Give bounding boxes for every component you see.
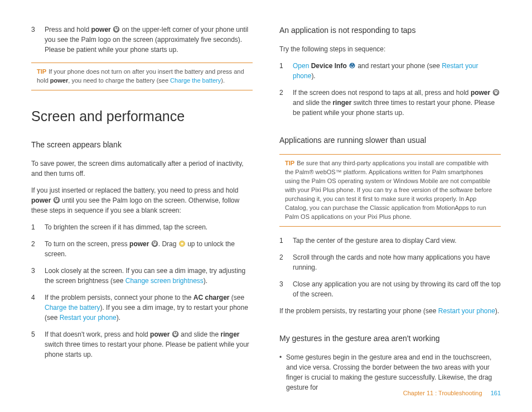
paragraph: To save power, the screen dims automatic…: [31, 159, 253, 179]
ordered-list: 1 To brighten the screen if it has dimme…: [31, 222, 253, 360]
link-charge-battery[interactable]: Charge the battery: [170, 77, 221, 84]
bold-text: power: [129, 240, 149, 248]
text: ).: [311, 72, 315, 80]
step-body: Tap the center of the gesture area to di…: [293, 236, 501, 246]
text: and slide the: [179, 330, 221, 338]
step-number: 2: [279, 252, 293, 272]
step-body: Press and hold power on the upper-left c…: [45, 25, 253, 55]
link-restart-phone[interactable]: Restart your phone: [60, 314, 117, 322]
tip-box: TIPBe sure that any third-party applicat…: [279, 154, 501, 227]
paragraph: Try the following steps in sequence:: [279, 44, 501, 54]
text: (see: [230, 294, 245, 301]
bold-text: ringer: [332, 99, 351, 107]
text: If the screen does not respond to taps a…: [293, 89, 471, 97]
power-icon: [151, 240, 158, 247]
list-item: 3 Look closely at the screen. If you can…: [31, 266, 253, 286]
ordered-list: 1 Open Device Info and restart your phon…: [279, 61, 501, 118]
text: If the problem persists, try restarting …: [279, 307, 438, 315]
bold-text: power: [91, 26, 110, 33]
text: and restart your phone (see: [356, 62, 442, 70]
text: ).: [117, 314, 120, 322]
step-number: 3: [279, 279, 293, 299]
bold-text: power: [31, 197, 51, 204]
step-body: If the screen does not respond to taps a…: [293, 88, 501, 118]
link-restart-phone[interactable]: Restart your phone: [438, 307, 495, 315]
bold-text: Device Info: [311, 62, 347, 70]
step-body: Look closely at the screen. If you can s…: [45, 266, 253, 286]
bold-text: power: [150, 330, 170, 338]
device-info-icon: [349, 62, 356, 69]
bold-text: ringer: [220, 330, 239, 338]
power-icon: [53, 197, 60, 204]
text: ).: [204, 277, 207, 285]
paragraph: If you just inserted or replaced the bat…: [31, 185, 253, 215]
power-icon: [172, 330, 179, 338]
heading-screen-performance: Screen and performance: [31, 106, 253, 127]
left-column: 3 Press and hold power on the upper-left…: [31, 25, 253, 398]
list-item: 2 If the screen does not respond to taps…: [279, 88, 501, 118]
list-body: Some gestures begin in the gesture area …: [286, 352, 501, 392]
step-body: Open Device Info and restart your phone …: [293, 61, 501, 81]
text: If that doesn't work, press and hold: [45, 330, 150, 338]
text: Be sure that any third-party application…: [285, 160, 492, 220]
text: Press and hold: [45, 26, 91, 33]
list-item: 2 Scroll through the cards and note how …: [279, 252, 501, 272]
link-change-brightness[interactable]: Change screen brightness: [125, 277, 204, 285]
power-icon: [492, 89, 500, 96]
list-item: 3 Close any application you are not usin…: [279, 279, 501, 299]
step-number: 3: [31, 25, 45, 55]
step-number: 4: [31, 293, 45, 323]
page-footer: Chapter 11 : Troubleshooting 161: [403, 389, 501, 398]
step-number: 1: [279, 61, 293, 81]
step-body: To turn on the screen, press power . Dra…: [45, 239, 253, 259]
text: ).: [221, 77, 225, 84]
list-item: 4 If the problem persists, connect your …: [31, 293, 253, 323]
text: and slide the: [293, 99, 332, 107]
heading-apps-slower: Applications are running slower than usu…: [279, 135, 501, 146]
step-number: 1: [31, 222, 45, 232]
list-item: • Some gestures begin in the gesture are…: [279, 352, 501, 392]
ordered-list: 1 Tap the center of the gesture area to …: [279, 236, 501, 299]
text: until you see the Palm logo on the scree…: [31, 197, 239, 214]
heading-screen-blank: The screen appears blank: [31, 139, 253, 151]
text: . Drag: [158, 240, 178, 248]
step-body: To brighten the screen if it has dimmed,…: [45, 222, 253, 232]
tip-label: TIP: [37, 68, 46, 75]
page-number: 161: [491, 390, 501, 396]
tip-label: TIP: [285, 160, 294, 166]
list-item: 1 Tap the center of the gesture area to …: [279, 236, 501, 246]
bold-text: power: [471, 89, 490, 97]
step-body: Scroll through the cards and note how ma…: [293, 252, 501, 272]
link-open[interactable]: Open: [293, 62, 309, 70]
step-number: 5: [31, 329, 45, 360]
bullet: •: [279, 352, 286, 392]
link-charge-battery[interactable]: Charge the battery: [45, 304, 100, 312]
step-number: 2: [31, 239, 45, 259]
step-body: If that doesn't work, press and hold pow…: [45, 329, 253, 360]
step-number: 2: [279, 88, 293, 118]
text: If you just inserted or replaced the bat…: [31, 186, 238, 194]
text: If the problem persists, connect your ph…: [45, 294, 194, 301]
right-column: An application is not responding to taps…: [279, 25, 501, 398]
page-body: 3 Press and hold power on the upper-left…: [0, 0, 532, 398]
bold-text: power: [50, 77, 68, 84]
step-body: If the problem persists, connect your ph…: [45, 293, 253, 323]
paragraph: If the problem persists, try restarting …: [279, 306, 501, 316]
text: ).: [495, 307, 499, 315]
step-body: Close any application you are not using …: [293, 279, 501, 299]
text: To turn on the screen, press: [45, 240, 129, 248]
drag-icon: [178, 240, 186, 247]
heading-app-not-responding: An application is not responding to taps: [279, 25, 501, 36]
step-number: 1: [279, 236, 293, 246]
bold-text: AC charger: [194, 294, 230, 301]
step-number: 3: [31, 266, 45, 286]
heading-gestures-not-working: My gestures in the gesture area aren't w…: [279, 333, 501, 344]
list-item: 2 To turn on the screen, press power . D…: [31, 239, 253, 259]
text: switch three times to restart your phone…: [45, 341, 249, 358]
text: , you need to charge the battery (see: [68, 77, 170, 84]
list-item: 1 Open Device Info and restart your phon…: [279, 61, 501, 81]
chapter-label: Chapter 11 : Troubleshooting: [403, 390, 482, 396]
tip-box: TIPIf your phone does not turn on after …: [31, 63, 253, 90]
power-icon: [113, 26, 120, 33]
list-item: 3 Press and hold power on the upper-left…: [31, 25, 253, 55]
